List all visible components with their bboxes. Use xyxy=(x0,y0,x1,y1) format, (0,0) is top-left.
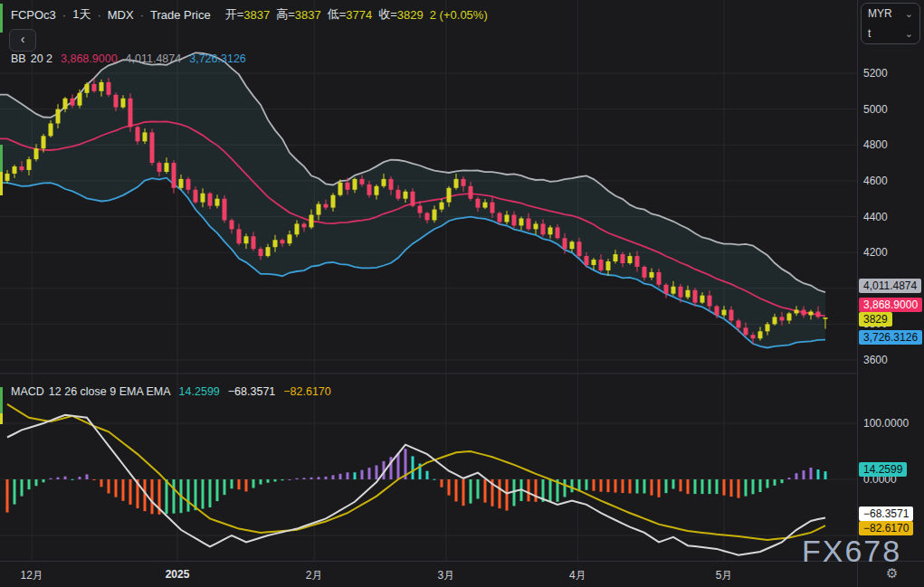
macd-hist-badge: 14.2599 xyxy=(859,462,907,477)
time-tick-label: 5月 xyxy=(716,568,733,583)
dot-separator: · xyxy=(140,8,144,22)
unit-label: t xyxy=(868,27,871,40)
time-tick-label: 2月 xyxy=(306,568,323,583)
bb-basis-badge: 3,868.9000 xyxy=(859,298,922,312)
last-price-badge: 3829 xyxy=(859,312,892,327)
high-value: 3837 xyxy=(295,8,321,22)
fx678-watermark: FX678 xyxy=(802,534,901,569)
partial-candle-mark xyxy=(0,145,3,172)
price-macd-chart-canvas[interactable] xyxy=(0,0,857,561)
time-tick-label: 2025 xyxy=(166,568,190,581)
time-scale-axis[interactable]: 12月20252月3月4月5月 xyxy=(0,561,857,587)
bb-params: 20 2 xyxy=(31,52,52,65)
symbol-header: FCPOc3 · 1天 · MDX · Trade Price 开=3837 高… xyxy=(11,6,488,23)
price-tick-label: 5000 xyxy=(863,103,888,116)
exchange-label: MDX xyxy=(108,8,134,22)
partial-candle-mark xyxy=(0,387,3,414)
price-scale-axis[interactable]: MYR ⌄ t ⌄ 520050004800460044004200380036… xyxy=(857,0,924,587)
time-tick-label: 4月 xyxy=(569,568,586,583)
bb-label: BB xyxy=(11,52,26,65)
price-tick-label: 4200 xyxy=(863,246,888,259)
dot-separator: · xyxy=(97,8,100,22)
partial-candle-mark xyxy=(0,4,3,33)
high-label: 高= xyxy=(276,6,295,23)
trading-chart-window: FCPOc3 · 1天 · MDX · Trade Price 开=3837 高… xyxy=(0,0,924,587)
scale-settings-box: MYR ⌄ t ⌄ xyxy=(861,3,920,44)
time-tick-label: 12月 xyxy=(21,568,43,583)
price-tick-label: 3600 xyxy=(863,354,888,366)
unit-select[interactable]: t ⌄ xyxy=(862,24,919,43)
bb-lower-value: 3,726.3126 xyxy=(189,52,246,65)
macd-line-badge: −68.3571 xyxy=(859,507,913,521)
chevron-down-icon: ⌄ xyxy=(905,28,913,40)
time-tick-label: 3月 xyxy=(437,568,454,583)
series-type-label: Trade Price xyxy=(150,8,211,22)
back-button[interactable]: ‹ xyxy=(9,29,36,52)
close-label: 收= xyxy=(378,6,397,23)
currency-label: MYR xyxy=(868,7,892,20)
macd-line-value: −68.3571 xyxy=(228,385,275,398)
bb-indicator-legend[interactable]: BB 20 2 3,868.9000 4,011.4874 3,726.3126 xyxy=(11,52,246,65)
bb-basis-value: 3,868.9000 xyxy=(61,52,118,65)
price-tick-label: 4400 xyxy=(863,211,888,223)
close-value: 3829 xyxy=(397,8,424,22)
macd-signal-value: −82.6170 xyxy=(283,385,330,398)
change-value: 2 (+0.05%) xyxy=(430,8,488,22)
open-label: 开= xyxy=(225,6,244,23)
dot-separator: · xyxy=(62,8,66,22)
open-value: 3837 xyxy=(243,8,270,22)
chevron-down-icon: ⌄ xyxy=(905,8,913,20)
macd-hist-value: 14.2599 xyxy=(179,385,220,398)
low-value: 3774 xyxy=(346,8,372,22)
macd-tick-label: 100.0000 xyxy=(863,417,909,430)
currency-select[interactable]: MYR ⌄ xyxy=(862,4,919,24)
interval-label[interactable]: 1天 xyxy=(72,6,90,23)
low-label: 低= xyxy=(328,6,347,23)
price-tick-label: 4600 xyxy=(863,175,888,187)
back-icon: ‹ xyxy=(21,32,25,46)
bb-upper-badge: 4,011.4874 xyxy=(859,279,921,293)
symbol-name[interactable]: FCPOc3 xyxy=(11,8,56,22)
price-tick-label: 5200 xyxy=(863,67,888,80)
macd-indicator-legend[interactable]: MACD 12 26 close 9 EMA EMA 14.2599 −68.3… xyxy=(11,385,331,398)
price-tick-label: 4800 xyxy=(863,138,888,151)
bb-upper-value: 4,011.4874 xyxy=(126,52,182,65)
macd-label: MACD xyxy=(11,385,44,398)
macd-params: 12 26 close 9 EMA EMA xyxy=(49,385,171,398)
partial-candle-mark xyxy=(0,172,3,195)
partial-candle-mark xyxy=(0,413,3,424)
bb-lower-badge: 3,726.3126 xyxy=(859,330,922,345)
